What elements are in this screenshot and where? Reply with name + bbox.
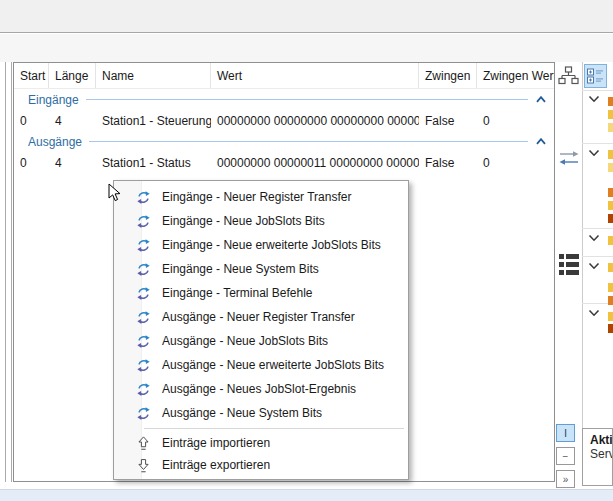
collapse-chevron-icon[interactable] [536,138,546,145]
menu-item-label: Eingänge - Terminal Befehle [162,286,313,300]
chevron-down-icon[interactable] [588,234,600,242]
cell-zwingen: False [419,110,477,131]
property-sliver [608,123,613,132]
property-sliver [608,163,613,172]
menu-item-label: Ausgänge - Neue JobSlots Bits [162,334,328,348]
column-header-start[interactable]: Start [14,63,49,88]
sync-icon [136,190,151,205]
import-arrow-up-icon [136,436,151,451]
status-tooltip: Akti Serv [582,428,613,486]
cell-zwingen-wert: 0 [477,110,554,131]
menu-item-label: Einträge exportieren [162,458,270,472]
property-sliver [608,236,613,245]
pin-panel-button[interactable]: I [556,424,575,442]
menu-item-label: Ausgänge - Neue System Bits [162,406,322,420]
sync-icon [136,334,151,349]
chevron-down-icon[interactable] [588,309,600,317]
grid-header-row: Start Länge Name Wert Zwingen Zwingen We… [14,63,554,89]
expand-panel-button[interactable]: » [556,470,575,488]
menu-item-ausgaenge-neue-erweiterte-jobslots-bits[interactable]: Ausgänge - Neue erweiterte JobSlots Bits [114,353,408,377]
cell-name: Station1 - Steuerung [96,110,211,131]
collapse-chevron-icon[interactable] [536,96,546,103]
group-header-ausgaenge[interactable]: Ausgänge [14,131,554,152]
property-sliver [608,296,613,305]
group-divider-line [89,141,528,142]
menu-item-eingaenge-neue-jobslots-bits[interactable]: Eingänge - Neue JobSlots Bits [114,209,408,233]
property-sliver [608,150,613,159]
group-label: Ausgänge [28,135,82,149]
cell-laenge: 4 [49,110,96,131]
tooltip-title: Akti [590,433,612,447]
menu-item-label: Eingänge - Neue JobSlots Bits [162,214,325,228]
export-arrow-down-icon [136,458,151,473]
property-sliver [608,188,613,197]
column-header-wert[interactable]: Wert [211,63,419,88]
sync-icon [136,358,151,373]
sync-icon [136,382,151,397]
menu-item-ausgaenge-neue-system-bits[interactable]: Ausgänge - Neue System Bits [114,401,408,425]
menu-item-label: Eingänge - Neue System Bits [162,262,319,276]
panel-splitter[interactable] [5,62,6,482]
sync-icon [136,286,151,301]
detail-list-icon[interactable] [558,252,580,276]
menu-item-eingaenge-neue-system-bits[interactable]: Eingänge - Neue System Bits [114,257,408,281]
sync-icon [136,262,151,277]
status-bar [0,489,613,501]
top-toolbar-area [0,0,613,33]
menu-item-eintraege-exportieren[interactable]: Einträge exportieren [114,454,408,476]
tree-list-icon [587,68,604,84]
panel-divider [582,90,613,91]
sync-icon [136,214,151,229]
menu-item-eingaenge-neue-erweiterte-jobslots-bits[interactable]: Eingänge - Neue erweiterte JobSlots Bits [114,233,408,257]
menu-item-ausgaenge-neue-jobslots-bits[interactable]: Ausgänge - Neue JobSlots Bits [114,329,408,353]
sync-icon [136,310,151,325]
tree-view-button[interactable] [584,64,607,88]
menu-item-label: Ausgänge - Neues JobSlot-Ergebnis [162,382,356,396]
menu-item-eingaenge-neuer-register-transfer[interactable]: Eingänge - Neuer Register Transfer [114,185,408,209]
property-sliver [608,214,613,223]
secondary-toolbar-area [0,34,613,62]
mouse-cursor [108,183,122,203]
panel-divider [582,256,613,257]
cell-zwingen: False [419,152,477,173]
cell-laenge: 4 [49,152,96,173]
cell-zwingen-wert: 0 [477,152,554,173]
group-label: Eingänge [28,93,79,107]
column-header-laenge[interactable]: Länge [49,63,96,88]
chevron-down-icon[interactable] [588,149,600,157]
menu-item-label: Eingänge - Neuer Register Transfer [162,190,351,204]
menu-item-label: Eingänge - Neue erweiterte JobSlots Bits [162,238,381,252]
table-row[interactable]: 0 4 Station1 - Status 00000000 00000011 … [14,152,554,173]
cell-name: Station1 - Status [96,152,211,173]
group-header-eingaenge[interactable]: Eingänge [14,89,554,110]
sync-icon [136,238,151,253]
menu-item-eingaenge-terminal-befehle[interactable]: Eingänge - Terminal Befehle [114,281,408,305]
menu-item-eintraege-importieren[interactable]: Einträge importieren [114,432,408,454]
cell-start: 0 [14,152,49,173]
panel-divider [582,228,613,229]
panel-splitter[interactable] [11,62,12,482]
cell-start: 0 [14,110,49,131]
minimize-panel-button[interactable]: − [556,447,575,465]
chevron-down-icon[interactable] [588,95,600,103]
column-header-zwingen-wert[interactable]: Zwingen Wert [477,63,554,88]
group-divider-line [86,99,528,100]
menu-item-label: Ausgänge - Neuer Register Transfer [162,310,355,324]
column-header-zwingen[interactable]: Zwingen [419,63,477,88]
column-header-name[interactable]: Name [96,63,211,88]
menu-separator [144,428,404,429]
transfer-arrows-icon[interactable] [558,148,580,168]
property-sliver [608,283,613,292]
cell-wert: 00000000 00000000 00000000 00000000 [211,110,419,131]
cell-wert: 00000000 00000011 00000000 00000000 [211,152,419,173]
org-chart-icon[interactable] [558,66,579,86]
chevron-down-icon[interactable] [588,262,600,270]
table-row[interactable]: 0 4 Station1 - Steuerung 00000000 000000… [14,110,554,131]
menu-item-ausgaenge-neuer-register-transfer[interactable]: Ausgänge - Neuer Register Transfer [114,305,408,329]
property-sliver [608,97,613,106]
menu-item-ausgaenge-neues-jobslot-ergebnis[interactable]: Ausgänge - Neues JobSlot-Ergebnis [114,377,408,401]
context-menu: Eingänge - Neuer Register Transfer Eingä… [113,180,409,480]
property-sliver [608,201,613,210]
property-sliver [608,324,613,333]
panel-divider [582,143,613,144]
